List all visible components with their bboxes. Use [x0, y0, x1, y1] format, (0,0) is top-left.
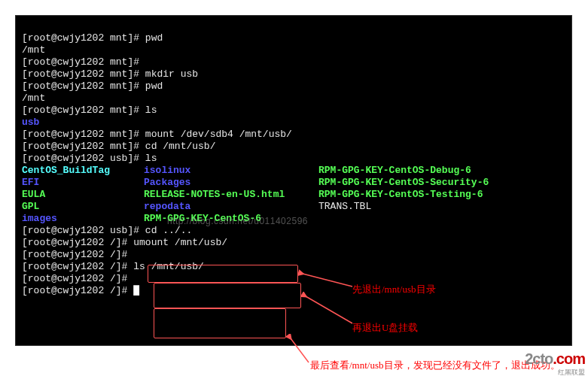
ls-row: CentOS_BuildTagisolinuxRPM-GPG-KEY-CentO…	[22, 165, 565, 177]
terminal-line: [root@cwjy1202 /]# █	[22, 285, 565, 297]
shell-prompt: [root@cwjy1202 mnt]#	[22, 56, 145, 68]
terminal-line: [root@cwjy1202 mnt]#	[22, 56, 565, 68]
shell-prompt: [root@cwjy1202 /]#	[22, 261, 133, 272]
shell-prompt: [root@cwjy1202 /]#	[22, 273, 133, 284]
shell-prompt: [root@cwjy1202 /]#	[22, 249, 133, 260]
file-entry: GPL	[22, 201, 144, 213]
terminal-line: [root@cwjy1202 /]# umount /mnt/usb/	[22, 237, 565, 249]
command-text: ls	[145, 153, 157, 164]
file-entry: images	[22, 213, 144, 225]
shell-prompt: [root@cwjy1202 usb]#	[22, 225, 145, 236]
ls-row: EFIPackagesRPM-GPG-KEY-CentOS-Security-6	[22, 177, 565, 189]
command-text: cd /mnt/usb/	[145, 141, 216, 152]
annotation-2: 再退出U盘挂载	[352, 322, 418, 334]
terminal-window[interactable]: [root@cwjy1202 mnt]# pwd /mnt [root@cwjy…	[15, 15, 572, 346]
logo-subtitle: 红黑联盟	[525, 368, 585, 377]
shell-prompt: [root@cwjy1202 mnt]#	[22, 141, 145, 152]
file-entry: isolinux	[144, 165, 318, 177]
terminal-line: [root@cwjy1202 usb]# cd ../..	[22, 225, 565, 237]
ls-row: GPLrepodataTRANS.TBL	[22, 201, 565, 213]
site-logo: 2cto.com 红黑联盟	[525, 350, 585, 377]
ls-row: imagesRPM-GPG-KEY-CentOS-6	[22, 213, 565, 225]
shell-prompt: [root@cwjy1202 /]#	[22, 285, 133, 296]
terminal-line: [root@cwjy1202 mnt]# mkdir usb	[22, 68, 565, 80]
logo-suffix: .com	[553, 350, 585, 367]
file-entry: RPM-GPG-KEY-CentOS-Security-6	[318, 177, 489, 189]
command-text: cd ../..	[145, 225, 192, 236]
ls-row: EULARELEASE-NOTES-en-US.htmlRPM-GPG-KEY-…	[22, 189, 565, 201]
terminal-line: [root@cwjy1202 usb]# ls	[22, 153, 565, 165]
command-text: ls	[145, 105, 157, 116]
shell-prompt: [root@cwjy1202 mnt]#	[22, 68, 145, 80]
terminal-line: [root@cwjy1202 mnt]# pwd	[22, 32, 565, 44]
annotation-1: 先退出/mnt/usb目录	[352, 283, 436, 296]
terminal-line: [root@cwjy1202 mnt]# pwd	[22, 80, 565, 92]
shell-prompt: [root@cwjy1202 mnt]#	[22, 105, 145, 116]
file-entry: repodata	[144, 201, 318, 213]
terminal-line: [root@cwjy1202 /]#	[22, 249, 565, 261]
command-text: pwd	[145, 80, 163, 92]
terminal-line: [root@cwjy1202 mnt]# ls	[22, 105, 565, 117]
cursor: █	[133, 285, 139, 296]
terminal-output: /mnt	[22, 44, 565, 56]
command-text: umount /mnt/usb/	[133, 237, 227, 248]
shell-prompt: [root@cwjy1202 /]#	[22, 237, 133, 248]
shell-prompt: [root@cwjy1202 mnt]#	[22, 129, 145, 140]
file-entry: RPM-GPG-KEY-CentOS-6	[144, 213, 318, 225]
shell-prompt: [root@cwjy1202 mnt]#	[22, 80, 145, 92]
terminal-line: [root@cwjy1202 /]# ls /mnt/usb/	[22, 261, 565, 273]
logo-name: 2cto	[525, 350, 553, 367]
file-entry: Packages	[144, 177, 318, 189]
command-text: pwd	[145, 32, 163, 44]
file-entry: RPM-GPG-KEY-CentOS-Testing-6	[318, 189, 483, 201]
terminal-output: /mnt	[22, 92, 565, 105]
file-entry: EFI	[22, 177, 144, 189]
directory-name: usb	[22, 117, 565, 129]
terminal-line: [root@cwjy1202 mnt]# cd /mnt/usb/	[22, 141, 565, 153]
file-entry: EULA	[22, 189, 144, 201]
file-entry: CentOS_BuildTag	[22, 165, 144, 177]
shell-prompt: [root@cwjy1202 mnt]#	[22, 32, 145, 44]
file-entry: TRANS.TBL	[318, 201, 371, 213]
terminal-line	[22, 20, 565, 32]
file-entry: RPM-GPG-KEY-CentOS-Debug-6	[318, 165, 471, 177]
file-entry: RELEASE-NOTES-en-US.html	[144, 189, 318, 201]
terminal-line: [root@cwjy1202 /]#	[22, 273, 565, 285]
shell-prompt: [root@cwjy1202 usb]#	[22, 153, 145, 164]
command-text: ls /mnt/usb/	[133, 261, 204, 272]
command-text: mkdir usb	[145, 68, 198, 80]
command-text: mount /dev/sdb4 /mnt/usb/	[145, 129, 292, 140]
terminal-line: [root@cwjy1202 mnt]# mount /dev/sdb4 /mn…	[22, 129, 565, 141]
